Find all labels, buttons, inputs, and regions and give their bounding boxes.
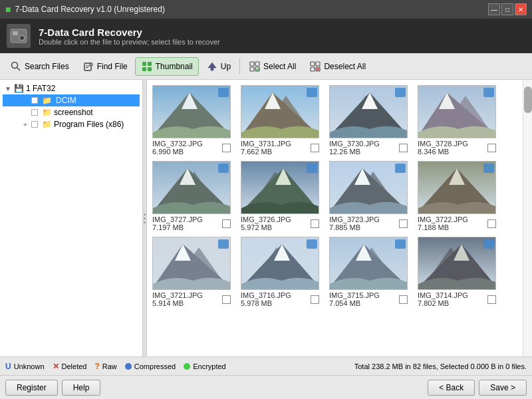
tree-item-screenshot[interactable]: 📁 screenshot bbox=[3, 106, 140, 118]
thumb-filename: IMG_3714.JPG7.802 MB bbox=[418, 291, 468, 307]
thumbnail-item[interactable]: IMG_3728.JPG8.346 MB bbox=[418, 85, 501, 156]
back-button[interactable]: < Back bbox=[428, 380, 475, 396]
thumbnail-image[interactable] bbox=[241, 237, 319, 290]
up-icon bbox=[206, 61, 218, 72]
thumbnail-image[interactable] bbox=[329, 85, 408, 138]
scrollbar-thumb[interactable] bbox=[524, 86, 532, 113]
status-raw: ? Raw bbox=[94, 362, 116, 371]
bottombar: Register Help < Back Save > bbox=[0, 375, 532, 399]
svg-rect-74 bbox=[307, 239, 317, 249]
svg-rect-69 bbox=[218, 239, 229, 249]
svg-line-5 bbox=[17, 67, 21, 70]
thumbnail-button[interactable]: Thumbnail bbox=[135, 57, 199, 76]
thumb-info-row: IMG_3726.JPG5.972 MB bbox=[241, 215, 319, 231]
thumb-checkbox[interactable] bbox=[222, 295, 231, 304]
svg-rect-1 bbox=[13, 31, 18, 35]
scrollbar[interactable] bbox=[523, 80, 532, 356]
encrypted-dot bbox=[184, 363, 190, 370]
svg-point-3 bbox=[21, 37, 23, 39]
help-button[interactable]: Help bbox=[62, 380, 101, 396]
thumb-checkbox[interactable] bbox=[311, 144, 319, 152]
bottombar-right: < Back Save > bbox=[428, 380, 527, 396]
thumb-checkbox[interactable] bbox=[487, 219, 496, 228]
thumb-filename: IMG_3726.JPG5.972 MB bbox=[241, 215, 291, 231]
thumb-filename: IMG_3728.JPG8.346 MB bbox=[418, 140, 468, 156]
select-all-button[interactable]: Select All bbox=[243, 57, 302, 76]
header-text: 7-Data Card Recovery Double click on the… bbox=[39, 27, 220, 46]
thumbnail-item[interactable]: IMG_3731.JPG7.662 MB bbox=[241, 85, 324, 156]
status-total: Total 238.2 MB in 82 files, Selected 0.0… bbox=[354, 362, 527, 370]
thumbnail-image[interactable] bbox=[241, 161, 319, 214]
resize-dot bbox=[144, 213, 146, 215]
thumbnail-image[interactable] bbox=[418, 161, 496, 214]
svg-rect-54 bbox=[307, 164, 317, 173]
tree-item-fat32[interactable]: ▼ 💾 1 FAT32 bbox=[3, 82, 140, 94]
main-area: ▼ 💾 1 FAT32 📁 DCIM 📁 screenshot + 📁 Prog… bbox=[0, 80, 532, 356]
file-tree: ▼ 💾 1 FAT32 📁 DCIM 📁 screenshot + 📁 Prog… bbox=[0, 80, 143, 356]
tree-checkbox[interactable] bbox=[31, 121, 38, 128]
find-file-button[interactable]: Find File bbox=[76, 57, 134, 76]
up-button[interactable]: Up bbox=[200, 57, 237, 76]
thumb-info-row: IMG_3715.JPG7.054 MB bbox=[329, 291, 408, 307]
thumbnail-image[interactable] bbox=[418, 85, 496, 138]
thumb-checkbox[interactable] bbox=[311, 295, 319, 304]
minimize-button[interactable]: — bbox=[488, 3, 500, 15]
close-button[interactable]: ✕ bbox=[515, 3, 527, 15]
svg-rect-84 bbox=[483, 239, 494, 249]
thumbnail-image[interactable] bbox=[152, 85, 231, 138]
thumbnail-item[interactable]: IMG_3721.JPG5.914 MB bbox=[152, 237, 235, 307]
app-icon: ■ bbox=[5, 4, 11, 15]
thumbnail-image[interactable] bbox=[329, 161, 408, 214]
thumbnail-item[interactable]: IMG_3715.JPG7.054 MB bbox=[329, 237, 412, 307]
svg-rect-11 bbox=[148, 62, 152, 66]
tree-checkbox[interactable] bbox=[31, 97, 38, 104]
thumbnail-area: IMG_3732.JPG6.990 MBIMG_3731.JPG7.662 MB… bbox=[147, 80, 523, 356]
save-button[interactable]: Save > bbox=[479, 380, 527, 396]
deselect-all-button[interactable]: Deselect All bbox=[303, 57, 372, 76]
unknown-icon: U bbox=[5, 362, 11, 371]
thumb-info-row: IMG_3728.JPG8.346 MB bbox=[418, 140, 496, 156]
thumb-checkbox[interactable] bbox=[399, 219, 408, 228]
thumbnail-item[interactable]: IMG_3730.JPG12.26 MB bbox=[329, 85, 412, 156]
thumbnail-item[interactable]: IMG_3723.JPG7.885 MB bbox=[329, 161, 412, 231]
thumb-checkbox[interactable] bbox=[222, 144, 231, 152]
tree-checkbox[interactable] bbox=[31, 109, 38, 116]
thumbnail-image[interactable] bbox=[152, 237, 231, 290]
thumbnail-image[interactable] bbox=[152, 161, 231, 214]
thumb-checkbox[interactable] bbox=[399, 295, 408, 304]
svg-point-4 bbox=[12, 62, 18, 68]
svg-rect-59 bbox=[395, 164, 406, 173]
thumbnail-image[interactable] bbox=[241, 85, 319, 138]
thumb-checkbox[interactable] bbox=[311, 219, 319, 228]
thumbnail-image[interactable] bbox=[418, 237, 496, 290]
thumb-filename: IMG_3730.JPG12.26 MB bbox=[329, 140, 380, 156]
titlebar-controls[interactable]: — □ ✕ bbox=[488, 3, 527, 15]
thumb-checkbox[interactable] bbox=[487, 295, 496, 304]
thumbnail-item[interactable]: IMG_3722.JPG7.188 MB bbox=[418, 161, 501, 231]
folder-icon: 📁 bbox=[42, 108, 52, 117]
search-files-button[interactable]: Search Files bbox=[4, 57, 75, 76]
tree-item-dcim[interactable]: 📁 DCIM bbox=[3, 94, 140, 106]
thumbnail-image[interactable] bbox=[329, 237, 408, 290]
thumbnail-item[interactable]: IMG_3714.JPG7.802 MB bbox=[418, 237, 501, 307]
titlebar-title: 7-Data Card Recovery v1.0 (Unregistered) bbox=[15, 5, 164, 14]
thumbnail-item[interactable]: IMG_3732.JPG6.990 MB bbox=[152, 85, 235, 156]
register-button[interactable]: Register bbox=[5, 380, 58, 396]
thumb-checkbox[interactable] bbox=[487, 144, 496, 152]
thumb-checkbox[interactable] bbox=[222, 219, 231, 228]
maximize-button[interactable]: □ bbox=[501, 3, 513, 15]
thumb-filename: IMG_3715.JPG7.054 MB bbox=[329, 291, 380, 307]
thumb-checkbox[interactable] bbox=[399, 144, 408, 152]
folder-icon: 📁 bbox=[42, 120, 52, 129]
select-all-icon bbox=[249, 61, 261, 72]
thumb-info-row: IMG_3731.JPG7.662 MB bbox=[241, 140, 319, 156]
thumb-info-row: IMG_3722.JPG7.188 MB bbox=[418, 215, 496, 231]
tree-item-program-files[interactable]: + 📁 Program Files (x86) bbox=[3, 118, 140, 130]
folder-icon: 📁 bbox=[42, 96, 52, 105]
thumbnail-item[interactable]: IMG_3726.JPG5.972 MB bbox=[241, 161, 324, 231]
thumbnail-item[interactable]: IMG_3727.JPG7.197 MB bbox=[152, 161, 235, 231]
search-icon bbox=[10, 61, 22, 72]
find-icon bbox=[82, 61, 94, 72]
thumbnail-item[interactable]: IMG_3716.JPG5.978 MB bbox=[241, 237, 324, 307]
resize-dot bbox=[144, 221, 146, 223]
